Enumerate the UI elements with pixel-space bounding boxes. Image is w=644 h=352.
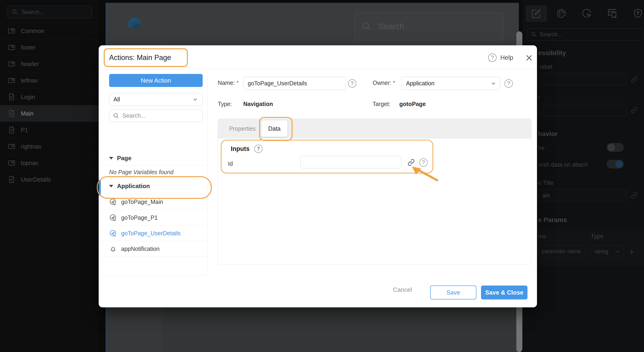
hint-input[interactable] xyxy=(538,104,627,116)
behavior-heading: havior xyxy=(538,130,558,138)
action-filter-select[interactable]: All xyxy=(109,93,203,106)
cache-toggle[interactable] xyxy=(606,143,624,152)
tab-interaction[interactable] xyxy=(576,5,598,22)
page-section-header[interactable]: Page xyxy=(109,152,132,164)
refresh-data-label: resh data on attach xyxy=(538,161,588,168)
action-tab-panel: Properties Data Inputs ? Id ? xyxy=(218,119,532,265)
refresh-data-toggle[interactable] xyxy=(606,160,624,168)
sidebar-item-common[interactable]: Common xyxy=(0,23,99,39)
annotation-arrow xyxy=(410,165,440,182)
canvas-search-widget[interactable]: Search xyxy=(355,12,503,40)
owner-select[interactable]: Application xyxy=(402,77,500,90)
help-icon[interactable]: ? xyxy=(254,145,262,153)
sidebar-item-rightnav[interactable]: rightnav xyxy=(0,138,99,155)
bind-link-icon[interactable] xyxy=(630,76,638,83)
action-item-gotopage-main[interactable]: goToPage_Main xyxy=(99,194,208,210)
goto-page-icon xyxy=(109,230,117,237)
inputs-annotation-ring: Inputs ? Id ? xyxy=(221,140,433,173)
tab-security[interactable] xyxy=(627,5,644,22)
sidebar-search-input[interactable]: Search... xyxy=(7,6,92,19)
tab-theme[interactable] xyxy=(551,5,572,22)
no-page-variables-text: No Page Variables found xyxy=(109,169,174,175)
bind-link-icon[interactable] xyxy=(630,192,638,199)
search-icon xyxy=(113,113,119,119)
toggle-knob xyxy=(608,144,615,151)
id-input[interactable] xyxy=(300,156,402,168)
help-icon[interactable]: ? xyxy=(504,79,513,88)
bind-link-icon[interactable] xyxy=(630,106,638,114)
help-button[interactable]: ? Help xyxy=(488,54,513,62)
sidebar-item-userdetails[interactable]: UserDetails xyxy=(0,171,99,188)
devices-icon xyxy=(607,8,618,19)
save-button[interactable]: Save xyxy=(430,285,476,299)
application-section-header[interactable]: Application xyxy=(109,181,150,192)
close-button[interactable] xyxy=(525,54,533,62)
page-icon xyxy=(8,93,15,101)
sidebar-item-topnav[interactable]: topnav xyxy=(0,155,99,171)
owner-label: Owner: * xyxy=(372,80,395,86)
partial-icon xyxy=(8,159,15,167)
type-label: Type: xyxy=(218,101,232,107)
help-icon: ? xyxy=(488,54,496,62)
tab-edit[interactable] xyxy=(526,5,547,22)
param-type-column: Type xyxy=(591,233,603,240)
add-param-icon[interactable]: + xyxy=(629,247,634,257)
interaction-icon xyxy=(582,8,592,19)
param-name-input[interactable]: parameter name xyxy=(538,245,586,258)
page-icon xyxy=(8,126,15,134)
page-title-input[interactable]: ain xyxy=(538,189,627,202)
tab-data[interactable]: Data xyxy=(262,120,288,137)
aria-label-label: -label xyxy=(538,64,552,70)
collapse-triangle-icon xyxy=(109,157,113,159)
pages-list: Common footer header leftnav Login Main xyxy=(0,23,99,188)
save-and-close-button[interactable]: Save & Close xyxy=(481,285,528,299)
pages-sidebar: Search... Common footer header leftnav L… xyxy=(0,0,99,352)
search-icon xyxy=(362,21,372,31)
tab-devices[interactable] xyxy=(602,5,623,22)
collapse-triangle-icon xyxy=(109,185,113,188)
tab-strip: Properties Data xyxy=(218,119,532,138)
param-type-select[interactable]: string xyxy=(591,245,623,258)
wavemaker-logo-icon xyxy=(126,16,143,32)
accessibility-heading: essibility xyxy=(538,49,566,57)
page-title-label: e Title xyxy=(538,180,554,186)
security-shield-icon xyxy=(632,8,643,19)
actions-list-panel: New Action All Page No Page Variables fo… xyxy=(99,69,208,275)
action-search[interactable] xyxy=(109,109,203,122)
page-icon xyxy=(8,176,15,183)
help-icon[interactable]: ? xyxy=(348,79,356,88)
hint-label: t xyxy=(538,94,540,101)
sidebar-item-main[interactable]: Main xyxy=(0,105,99,122)
aria-label-input[interactable] xyxy=(538,73,627,86)
partial-icon xyxy=(8,27,15,35)
new-action-button[interactable]: New Action xyxy=(109,74,203,87)
properties-search-placeholder: Search... xyxy=(540,31,562,38)
tab-properties[interactable]: Properties xyxy=(229,119,256,138)
edit-icon xyxy=(531,8,542,19)
sidebar-item-leftnav[interactable]: leftnav xyxy=(0,72,99,89)
chevron-down-icon xyxy=(192,96,198,103)
bind-link-icon[interactable] xyxy=(407,158,415,166)
sidebar-item-footer[interactable]: footer xyxy=(0,39,99,56)
cancel-button[interactable]: Cancel xyxy=(393,286,412,293)
help-icon[interactable]: ? xyxy=(419,158,428,167)
action-item-appnotification[interactable]: appNotification xyxy=(99,241,208,257)
target-value: gotoPage xyxy=(399,101,426,107)
sidebar-search-placeholder: Search... xyxy=(22,9,44,15)
properties-search-input[interactable]: Search... xyxy=(527,28,643,41)
search-icon xyxy=(531,32,536,37)
action-item-gotopage-userdetails[interactable]: goToPage_UserDetails xyxy=(99,226,208,241)
id-label: Id xyxy=(228,160,233,167)
sidebar-item-header[interactable]: header xyxy=(0,56,99,72)
cache-label: he xyxy=(538,145,545,151)
action-name-input[interactable] xyxy=(243,77,346,90)
required-asterisk: * xyxy=(236,80,239,86)
chevron-down-icon xyxy=(490,80,496,86)
action-search-input[interactable] xyxy=(122,112,192,119)
sidebar-item-login[interactable]: Login xyxy=(0,89,99,105)
divider xyxy=(99,165,208,165)
target-label: Target: xyxy=(372,101,390,107)
partial-icon xyxy=(8,77,15,84)
sidebar-item-p1[interactable]: P1 xyxy=(0,122,99,138)
action-item-gotopage-p1[interactable]: goToPage_P1 xyxy=(99,210,208,226)
